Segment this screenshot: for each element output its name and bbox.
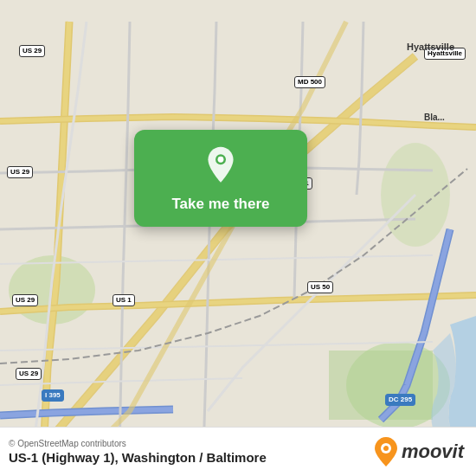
osm-attribution: © OpenStreetMap contributors (9, 439, 267, 448)
badge-i395: I 395 (42, 389, 64, 402)
badge-us50: US 50 (307, 281, 333, 293)
action-card: Take me there (134, 130, 307, 227)
moovit-pin-icon (374, 436, 398, 467)
take-me-there-button[interactable]: Take me there (171, 196, 269, 213)
badge-us29-mid: US 29 (7, 166, 33, 178)
badge-dc295: DC 295 (385, 394, 415, 406)
bottom-left-info: © OpenStreetMap contributors US-1 (Highw… (9, 439, 267, 465)
route-label: US-1 (Highway 1), Washington / Baltimore (9, 450, 267, 465)
map-container: US 29 US 29 US 29 US 29 US 1 US 1 MD 500… (0, 0, 476, 476)
label-bladensburg: Bla... (424, 113, 445, 122)
label-hyattsville: Hyattsville (407, 42, 454, 52)
badge-md500: MD 500 (294, 76, 325, 88)
badge-us29-lower: US 29 (12, 294, 38, 306)
badge-us29-bottom: US 29 (16, 368, 42, 380)
bottom-bar: © OpenStreetMap contributors US-1 (Highw… (0, 427, 476, 476)
moovit-logo: moovit (374, 436, 464, 467)
svg-point-5 (218, 157, 224, 163)
badge-us1-lower: US 1 (113, 294, 135, 306)
badge-us29-top: US 29 (19, 45, 45, 57)
location-pin-icon (200, 145, 241, 187)
moovit-text: moovit (402, 441, 464, 463)
svg-point-8 (382, 445, 384, 447)
